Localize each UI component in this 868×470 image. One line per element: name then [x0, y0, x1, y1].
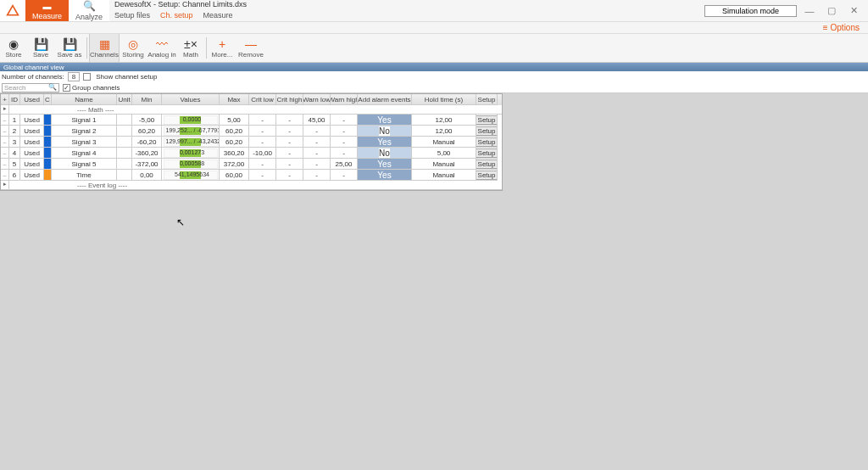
cell-name[interactable]: Signal 3: [52, 137, 117, 148]
col-crit-low[interactable]: Crit low: [249, 94, 276, 105]
cell-warn-high[interactable]: -: [331, 126, 358, 137]
cell-unit[interactable]: [117, 137, 132, 148]
channels-button[interactable]: ▦Channels: [89, 34, 120, 62]
cell-unit[interactable]: [117, 159, 132, 170]
col-expand[interactable]: +: [1, 94, 9, 105]
storing-button[interactable]: ◎Storing: [120, 34, 147, 62]
table-row[interactable]: –6UsedTime0,00541,149563460,00----YesMan…: [1, 170, 502, 181]
cell-crit-high[interactable]: -: [276, 170, 303, 181]
cell-color[interactable]: [44, 115, 52, 126]
cell-max[interactable]: 60,00: [220, 170, 249, 181]
cell-hold[interactable]: 5,00: [412, 148, 476, 159]
cell-setup[interactable]: Setup: [476, 159, 498, 170]
remove-button[interactable]: —Remove: [236, 34, 266, 62]
col-warn-high[interactable]: Warn high: [331, 94, 358, 105]
cell-crit-low[interactable]: -: [249, 159, 276, 170]
row-handle[interactable]: –: [1, 170, 9, 181]
col-max[interactable]: Max: [220, 94, 249, 105]
cell-min[interactable]: -372,00: [132, 159, 162, 170]
cell-crit-low[interactable]: -10,00: [249, 148, 276, 159]
cell-name[interactable]: Signal 2: [52, 126, 117, 137]
cell-color[interactable]: [44, 170, 52, 181]
cell-min[interactable]: -5,00: [132, 115, 162, 126]
col-crit-high[interactable]: Crit high: [276, 94, 303, 105]
row-handle[interactable]: –: [1, 159, 9, 170]
cell-warn-low[interactable]: 45,00: [303, 115, 331, 126]
cell-min[interactable]: 60,20: [132, 126, 162, 137]
col-hold[interactable]: Hold time (s): [412, 94, 476, 105]
store-button[interactable]: ◉Store: [0, 34, 27, 62]
table-row[interactable]: –5UsedSignal 5-372,000,000588372,00---25…: [1, 159, 502, 170]
maximize-button[interactable]: ▢: [822, 3, 841, 20]
table-row[interactable]: –1UsedSignal 1-5,000,00005,00--45,00-Yes…: [1, 115, 502, 126]
cell-setup[interactable]: Setup: [476, 115, 498, 126]
cell-setup[interactable]: Setup: [476, 137, 498, 148]
row-handle[interactable]: –: [1, 126, 9, 137]
table-row[interactable]: –3UsedSignal 3-60,20129,997... / -43,243…: [1, 137, 502, 148]
cell-hold[interactable]: Manual: [412, 170, 476, 181]
cell-alarm[interactable]: Yes: [358, 115, 412, 126]
cell-warn-low[interactable]: -: [303, 170, 331, 181]
cell-warn-high[interactable]: -: [331, 170, 358, 181]
cell-color[interactable]: [44, 148, 52, 159]
ch-setup-link[interactable]: Ch. setup: [160, 11, 193, 20]
col-alarm[interactable]: Add alarm events: [358, 94, 412, 105]
cell-crit-low[interactable]: -: [249, 115, 276, 126]
cell-warn-low[interactable]: -: [303, 126, 331, 137]
cell-used[interactable]: Used: [20, 126, 44, 137]
cell-unit[interactable]: [117, 170, 132, 181]
analog-in-button[interactable]: 〰Analog in: [147, 34, 177, 62]
save-button[interactable]: 💾Save: [27, 34, 54, 62]
cell-min[interactable]: -360,20: [132, 148, 162, 159]
cell-color[interactable]: [44, 159, 52, 170]
cell-hold[interactable]: 12,00: [412, 126, 476, 137]
cell-min[interactable]: 0,00: [132, 170, 162, 181]
col-setup[interactable]: Setup: [476, 94, 498, 105]
col-warn-low[interactable]: Warn low: [303, 94, 331, 105]
row-handle[interactable]: –: [1, 137, 9, 148]
cell-used[interactable]: Used: [20, 148, 44, 159]
cell-alarm[interactable]: Yes: [358, 159, 412, 170]
col-name[interactable]: Name: [52, 94, 117, 105]
collapse-icon[interactable]: ▸: [1, 181, 9, 190]
cell-color[interactable]: [44, 126, 52, 137]
show-channel-setup-checkbox[interactable]: [83, 73, 91, 81]
cell-used[interactable]: Used: [20, 159, 44, 170]
cell-crit-high[interactable]: -: [276, 148, 303, 159]
cell-setup[interactable]: Setup: [476, 126, 498, 137]
cell-max[interactable]: 60,20: [220, 137, 249, 148]
table-row[interactable]: –2UsedSignal 260,20199,252... / -67,7791…: [1, 126, 502, 137]
cell-setup[interactable]: Setup: [476, 170, 498, 181]
options-link[interactable]: ≡Options: [823, 23, 860, 32]
cell-crit-low[interactable]: -: [249, 137, 276, 148]
cell-alarm[interactable]: No: [358, 126, 412, 137]
cell-hold[interactable]: 12,00: [412, 115, 476, 126]
minimize-button[interactable]: —: [800, 3, 819, 20]
cell-used[interactable]: Used: [20, 137, 44, 148]
col-unit[interactable]: Unit: [117, 94, 132, 105]
cell-crit-high[interactable]: -: [276, 126, 303, 137]
cell-unit[interactable]: [117, 148, 132, 159]
group-channels-checkbox[interactable]: [63, 84, 70, 92]
cell-warn-low[interactable]: -: [303, 148, 331, 159]
group-event-log[interactable]: ▸ ---- Event log ----: [1, 181, 502, 190]
cell-unit[interactable]: [117, 115, 132, 126]
cell-used[interactable]: Used: [20, 115, 44, 126]
collapse-icon[interactable]: ▸: [1, 105, 9, 115]
cell-crit-high[interactable]: -: [276, 137, 303, 148]
col-id[interactable]: ID: [9, 94, 20, 105]
cell-name[interactable]: Signal 1: [52, 115, 117, 126]
cell-warn-high[interactable]: 25,00: [331, 159, 358, 170]
cell-max[interactable]: 360,20: [220, 148, 249, 159]
close-button[interactable]: ✕: [844, 3, 863, 20]
cell-hold[interactable]: Manual: [412, 159, 476, 170]
cell-max[interactable]: 372,00: [220, 159, 249, 170]
cell-warn-low[interactable]: -: [303, 159, 331, 170]
measure-tab[interactable]: ▬ Measure: [25, 0, 69, 21]
cell-name[interactable]: Signal 4: [52, 148, 117, 159]
cell-max[interactable]: 5,00: [220, 115, 249, 126]
cell-warn-high[interactable]: -: [331, 115, 358, 126]
cell-warn-high[interactable]: -: [331, 148, 358, 159]
cell-crit-low[interactable]: -: [249, 126, 276, 137]
analyze-tab[interactable]: 🔍 Analyze: [69, 0, 109, 21]
